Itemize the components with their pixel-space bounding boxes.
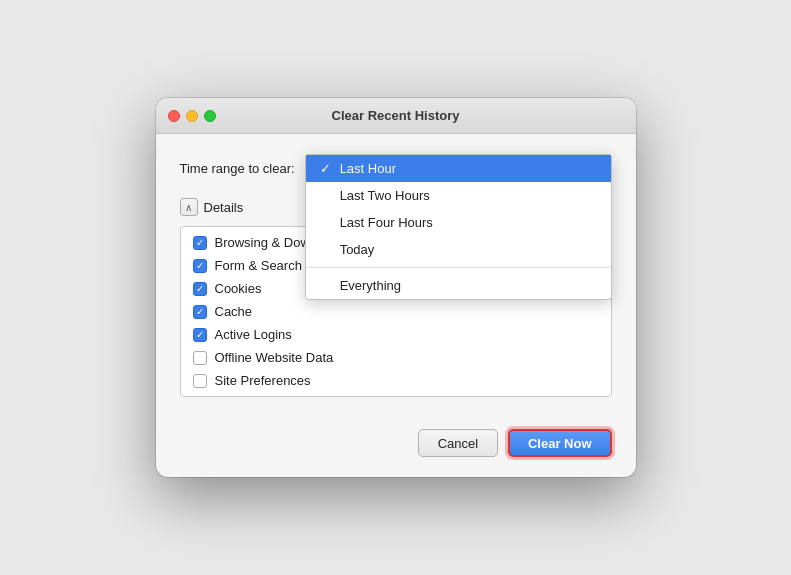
details-collapse-icon: ∧ bbox=[180, 198, 198, 216]
titlebar: Clear Recent History bbox=[156, 98, 636, 134]
clear-now-button[interactable]: Clear Now bbox=[508, 429, 612, 457]
dropdown-divider bbox=[306, 267, 611, 268]
checkbox-browsing[interactable] bbox=[193, 236, 207, 250]
time-range-row: Time range to clear: Last Hour ⇅ ✓ Last … bbox=[180, 154, 612, 182]
dropdown-item-last-four-hours[interactable]: Last Four Hours bbox=[306, 209, 611, 236]
dialog-window: Clear Recent History Time range to clear… bbox=[156, 98, 636, 477]
dropdown-label: Today bbox=[340, 242, 375, 257]
dropdown-label: Last Two Hours bbox=[340, 188, 430, 203]
minimize-button[interactable] bbox=[186, 110, 198, 122]
dialog-footer: Cancel Clear Now bbox=[156, 417, 636, 477]
dropdown-item-today[interactable]: Today bbox=[306, 236, 611, 263]
cancel-button[interactable]: Cancel bbox=[418, 429, 498, 457]
checkbox-label-offline: Offline Website Data bbox=[215, 350, 334, 365]
checkbox-site-prefs[interactable] bbox=[193, 374, 207, 388]
checkbox-offline[interactable] bbox=[193, 351, 207, 365]
checkbox-label-cookies: Cookies bbox=[215, 281, 262, 296]
dropdown-menu: ✓ Last Hour Last Two Hours Last Four Hou… bbox=[305, 154, 612, 300]
details-label: Details bbox=[204, 200, 244, 215]
maximize-button[interactable] bbox=[204, 110, 216, 122]
checkbox-row-cache: Cache bbox=[193, 304, 599, 319]
checkbox-row-logins: Active Logins bbox=[193, 327, 599, 342]
time-range-label: Time range to clear: bbox=[180, 161, 295, 176]
checkmark-icon: ✓ bbox=[320, 161, 334, 176]
dropdown-item-last-two-hours[interactable]: Last Two Hours bbox=[306, 182, 611, 209]
dialog-title: Clear Recent History bbox=[332, 108, 460, 123]
dropdown-label: Last Four Hours bbox=[340, 215, 433, 230]
checkbox-label-cache: Cache bbox=[215, 304, 253, 319]
checkbox-form[interactable] bbox=[193, 259, 207, 273]
checkbox-label-logins: Active Logins bbox=[215, 327, 292, 342]
dropdown-label: Last Hour bbox=[340, 161, 396, 176]
dropdown-item-last-hour[interactable]: ✓ Last Hour bbox=[306, 155, 611, 182]
checkbox-cache[interactable] bbox=[193, 305, 207, 319]
time-range-select-container: Last Hour ⇅ ✓ Last Hour Last Two Hours L bbox=[305, 154, 612, 182]
traffic-lights bbox=[168, 110, 216, 122]
checkbox-row-offline: Offline Website Data bbox=[193, 350, 599, 365]
checkbox-logins[interactable] bbox=[193, 328, 207, 342]
checkbox-row-site-prefs: Site Preferences bbox=[193, 373, 599, 388]
dialog-content: Time range to clear: Last Hour ⇅ ✓ Last … bbox=[156, 134, 636, 417]
checkbox-cookies[interactable] bbox=[193, 282, 207, 296]
close-button[interactable] bbox=[168, 110, 180, 122]
checkbox-label-site-prefs: Site Preferences bbox=[215, 373, 311, 388]
dropdown-item-everything[interactable]: Everything bbox=[306, 272, 611, 299]
dropdown-label: Everything bbox=[340, 278, 401, 293]
